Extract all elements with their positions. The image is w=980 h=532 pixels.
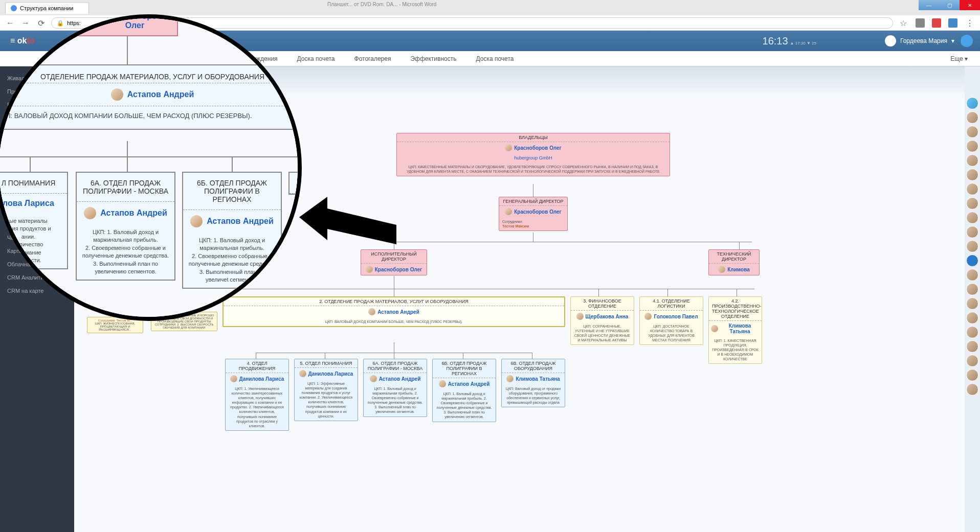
box-title: 6Б. ОТДЕЛ ПРОДАЖ ПОЛИГРАФИИ В РЕГИОНАХ [183,173,281,210]
node-person[interactable]: Астапов Андрей [433,378,496,389]
node-sub6b[interactable]: 6Б. ОТДЕЛ ПРОДАЖ ПОЛИГРАФИИ В РЕГИОНАХ А… [432,359,496,422]
window-title: Планшет... от DVD Rom. DA... - Microsoft… [327,2,436,7]
extension-icon-2[interactable] [932,18,941,28]
rail-avatar[interactable] [966,255,978,267]
box-title: Л ПОНИМАНИЯ [0,173,67,194]
extension-icon-3[interactable] [948,18,957,28]
reload-button[interactable]: ⟳ [36,18,46,28]
user-name: Гордеева Мария [900,37,947,44]
node-person[interactable]: Красноборов Олег [397,142,670,153]
node-techdir[interactable]: ТЕХНИЧЕСКИЙ ДИРЕКТОР Климова [708,249,760,275]
node-sub4[interactable]: 4. ОТДЕЛ ПРОДВИЖЕНИЯ Данилова Лариса ЦКП… [225,359,289,431]
node-goal: ЦКП: КАЧЕСТВЕННЫЕ МАТЕРИАЛЫ И ОБОРУДОВАН… [397,163,670,176]
node-dept2[interactable]: 2. ОТДЕЛЕНИЕ ПРОДАЖ МАТЕРИАЛОВ, УСЛУГ И … [222,296,565,327]
mag-box-partial [288,172,302,195]
rail-avatar[interactable] [966,312,978,324]
rail-avatar[interactable] [966,111,978,124]
box-title: 6А. ОТДЕЛ ПРОДАЖ ПОЛИГРАФИИ - МОСКВА [77,173,174,202]
nav-honors2[interactable]: Доска почета [474,52,516,65]
node-goal: ЦКП: 1. Увеличивающееся количество заинт… [226,384,288,430]
node-title: 6В. ОТДЕЛ ПРОДАЖ ОБОРУДОВАНИЯ [502,359,565,373]
node-goal: ЦКП: ДОСТАТОЧНОЕ КОЛИЧЕСТВО ТОВАРА В УДО… [640,322,703,344]
rail-avatar[interactable] [966,283,978,295]
rail-avatar[interactable] [966,212,978,224]
rail-avatar[interactable] [966,326,978,338]
dept-goal: ЦКП: ВАЛОВЫЙ ДОХОД КОМПАНИИ БОЛЬШЕ, ЧЕМ … [0,106,302,129]
node-sub5[interactable]: 5. ОТДЕЛ ПОНИМАНИЯ Данилова Лариса ЦКП: … [294,359,358,421]
goal: ЦКП: ЖИЗНЕСПОСОБНАЯ, ПРОЦВЕТАЮЩАЯ И РАСШ… [90,322,140,331]
node-owners[interactable]: ВЛАДЕЛЬЦЫ Красноборов Олег hubergroup Gm… [396,133,670,176]
rail-avatar[interactable] [966,97,978,109]
node-person[interactable]: Голоколов Павел [640,311,703,322]
rail-avatar[interactable] [966,197,978,210]
node-person[interactable]: Данилова Лариса [226,373,288,384]
node-goal: ЦКП: 1. Эффективные материалы для создан… [295,379,358,421]
menu-icon[interactable]: ⋮ [965,18,975,28]
user-menu[interactable]: Гордеева Мария ▾ [885,35,954,47]
rail-avatar[interactable] [966,240,978,252]
avatar-icon [505,208,512,215]
node-person[interactable]: Астапов Андрей [364,373,427,384]
node-person[interactable]: Астапов Андрей [224,306,564,317]
node-person[interactable]: Климова Татьяна [709,321,762,336]
person-name: лова Лариса [3,199,54,208]
extension-icon[interactable] [916,18,925,28]
node-gendir[interactable]: ГЕНЕРАЛЬНЫЙ ДИРЕКТОР Красноборов Олег Со… [499,197,568,231]
avatar-icon [505,144,512,151]
avatar-icon [299,370,306,377]
rail-avatar[interactable] [966,226,978,238]
node-goal: ЦКП: 1. Валовый доход и маржинальная при… [433,389,496,422]
nav-efficiency[interactable]: Эффективность [408,52,458,65]
mag-box-6a: 6А. ОТДЕЛ ПРОДАЖ ПОЛИГРАФИИ - МОСКВА Аст… [76,172,175,281]
window-minimize[interactable]: — [919,0,939,10]
node-dept41[interactable]: 4.1. ОТДЕЛЕНИЕ ЛОГИСТИКИ Голоколов Павел… [639,296,703,345]
avatar-icon [230,375,237,382]
node-dept3[interactable]: 3. ФИНАНСОВОЕ ОТДЕЛЕНИЕ Щербакова Анна Ц… [570,296,634,345]
node-title: ВЛАДЕЛЬЦЫ [397,133,670,142]
avatar-icon [644,313,652,320]
node-person[interactable]: Данилова Лариса [295,368,358,379]
node-employees: Сотрудники:Тестов Максим [499,217,567,230]
node-person[interactable]: Климова [709,264,759,275]
rail-avatar[interactable] [966,355,978,367]
avatar-icon [366,266,373,273]
dept-title: ОТДЕЛЕНИЕ ПРОДАЖ МАТЕРИАЛОВ, УСЛУГ И ОБО… [0,65,302,83]
rail-avatar[interactable] [966,340,978,353]
user-avatar [885,35,896,47]
rail-avatar[interactable] [966,126,978,138]
rail-avatar[interactable] [966,140,978,152]
node-person[interactable]: Красноборов Олег [361,264,427,275]
node-company: hubergroup GmbH [397,153,670,163]
rail-avatar[interactable] [966,297,978,310]
node-title: 2. ОТДЕЛЕНИЕ ПРОДАЖ МАТЕРИАЛОВ, УСЛУГ И … [224,297,564,306]
rail-avatar[interactable] [966,269,978,281]
node-person[interactable]: Красноборов Олег [499,206,567,217]
node-goal: ЦКП: 1. Валовый доход и маржинальная при… [364,384,427,417]
star-icon[interactable]: ☆ [898,18,908,28]
node-title: ТЕХНИЧЕСКИЙ ДИРЕКТОР [709,250,759,264]
back-button[interactable]: ← [5,18,15,28]
forward-button[interactable]: → [20,18,31,28]
nav-honors[interactable]: Доска почета [295,52,337,65]
nav-gallery[interactable]: Фотогалерея [352,52,393,65]
browser-tab[interactable]: Структура компании [5,2,89,14]
node-title: 4. ОТДЕЛ ПРОДВИЖЕНИЯ [226,359,288,373]
node-dept42[interactable]: 4.2. ПРОИЗВОДСТВЕННО-ТЕХНОЛОГИЧЕСКОЕ ОТД… [708,296,762,364]
clock: 16:13▲ 17:30 ▼ 25 [763,35,816,47]
window-maximize[interactable]: ▢ [939,0,960,10]
node-sub6a[interactable]: 6А. ОТДЕЛ ПРОДАЖ ПОЛИГРАФИИ - МОСКВА Аст… [363,359,427,417]
mag-dept-node: ОТДЕЛЕНИЕ ПРОДАЖ МАТЕРИАЛОВ, УСЛУГ И ОБО… [0,64,302,130]
node-goal: ЦКП: СОХРАНЕННЫЕ, УЧТЕННЫЕ И НЕ УТРАТИВШ… [571,322,634,344]
window-close[interactable]: ✕ [960,0,980,10]
rail-avatar[interactable] [966,154,978,167]
nav-more[interactable]: Еще ▾ [948,52,970,65]
node-sub6v[interactable]: 6В. ОТДЕЛ ПРОДАЖ ОБОРУДОВАНИЯ Климова Та… [501,359,565,407]
node-person[interactable]: Климова Татьяна [502,373,565,384]
lock-icon: 🔒 [57,20,64,27]
rail-avatar[interactable] [966,183,978,195]
help-icon[interactable] [961,35,973,47]
node-person[interactable]: Щербакова Анна [571,311,634,322]
rail-avatar[interactable] [966,169,978,181]
rail-avatar[interactable] [966,383,978,396]
rail-avatar[interactable] [966,369,978,381]
